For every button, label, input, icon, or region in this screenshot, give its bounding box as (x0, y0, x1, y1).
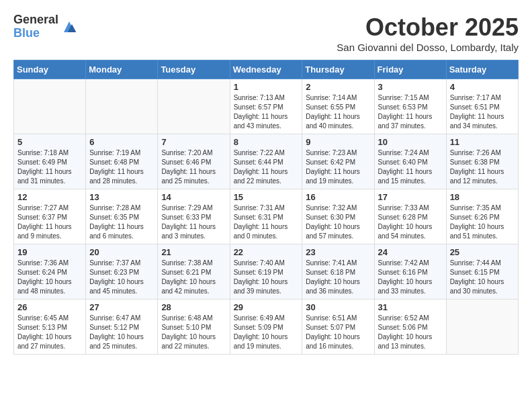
day-number: 8 (234, 137, 299, 147)
day-number: 3 (378, 82, 443, 92)
calendar-week-row: 26Sunrise: 6:45 AM Sunset: 5:13 PM Dayli… (14, 300, 519, 355)
calendar-week-row: 5Sunrise: 7:18 AM Sunset: 6:49 PM Daylig… (14, 134, 519, 189)
day-header-monday: Monday (86, 60, 158, 79)
day-info: Sunrise: 7:14 AM Sunset: 6:55 PM Dayligh… (306, 93, 370, 131)
day-info: Sunrise: 6:52 AM Sunset: 5:06 PM Dayligh… (378, 314, 443, 351)
day-info: Sunrise: 7:31 AM Sunset: 6:31 PM Dayligh… (234, 203, 299, 241)
day-header-sunday: Sunday (14, 60, 86, 79)
day-info: Sunrise: 7:37 AM Sunset: 6:23 PM Dayligh… (89, 259, 154, 296)
day-number: 25 (450, 247, 515, 257)
logo-icon (61, 19, 77, 35)
day-info: Sunrise: 7:28 AM Sunset: 6:35 PM Dayligh… (89, 203, 154, 241)
day-info: Sunrise: 7:35 AM Sunset: 6:26 PM Dayligh… (450, 203, 515, 241)
logo-blue-text: Blue (13, 27, 58, 40)
day-number: 2 (306, 82, 370, 92)
calendar-cell: 14Sunrise: 7:29 AM Sunset: 6:33 PM Dayli… (158, 189, 230, 244)
calendar-cell: 17Sunrise: 7:33 AM Sunset: 6:28 PM Dayli… (374, 189, 446, 244)
calendar-cell: 20Sunrise: 7:37 AM Sunset: 6:23 PM Dayli… (86, 244, 158, 300)
day-number: 31 (378, 302, 443, 312)
calendar-cell: 30Sunrise: 6:51 AM Sunset: 5:07 PM Dayli… (302, 300, 374, 355)
calendar-cell: 15Sunrise: 7:31 AM Sunset: 6:31 PM Dayli… (230, 189, 302, 244)
day-number: 5 (17, 137, 82, 147)
day-info: Sunrise: 7:44 AM Sunset: 6:15 PM Dayligh… (450, 259, 515, 296)
logo-general-text: General (13, 13, 58, 27)
month-title: October 2025 (337, 13, 519, 42)
day-info: Sunrise: 6:51 AM Sunset: 5:07 PM Dayligh… (306, 314, 370, 351)
calendar-cell: 22Sunrise: 7:40 AM Sunset: 6:19 PM Dayli… (230, 244, 302, 300)
calendar-week-row: 12Sunrise: 7:27 AM Sunset: 6:37 PM Dayli… (14, 189, 519, 244)
calendar-cell: 25Sunrise: 7:44 AM Sunset: 6:15 PM Dayli… (446, 244, 518, 300)
day-info: Sunrise: 7:26 AM Sunset: 6:38 PM Dayligh… (450, 148, 515, 186)
calendar-cell (158, 79, 230, 134)
day-number: 19 (17, 247, 82, 257)
day-number: 15 (234, 192, 299, 202)
day-number: 6 (89, 137, 154, 147)
day-info: Sunrise: 7:17 AM Sunset: 6:51 PM Dayligh… (450, 93, 515, 131)
calendar-week-row: 1Sunrise: 7:13 AM Sunset: 6:57 PM Daylig… (14, 79, 519, 134)
day-header-wednesday: Wednesday (230, 60, 302, 79)
day-info: Sunrise: 6:45 AM Sunset: 5:13 PM Dayligh… (17, 314, 82, 351)
calendar-cell: 7Sunrise: 7:20 AM Sunset: 6:46 PM Daylig… (158, 134, 230, 189)
day-number: 14 (161, 192, 226, 202)
calendar-cell: 4Sunrise: 7:17 AM Sunset: 6:51 PM Daylig… (446, 79, 518, 134)
calendar-cell (86, 79, 158, 134)
day-info: Sunrise: 7:20 AM Sunset: 6:46 PM Dayligh… (161, 148, 226, 186)
calendar-cell: 9Sunrise: 7:23 AM Sunset: 6:42 PM Daylig… (302, 134, 374, 189)
calendar-cell: 13Sunrise: 7:28 AM Sunset: 6:35 PM Dayli… (86, 189, 158, 244)
day-info: Sunrise: 7:36 AM Sunset: 6:24 PM Dayligh… (17, 259, 82, 296)
calendar-cell: 6Sunrise: 7:19 AM Sunset: 6:48 PM Daylig… (86, 134, 158, 189)
calendar-cell: 8Sunrise: 7:22 AM Sunset: 6:44 PM Daylig… (230, 134, 302, 189)
day-number: 30 (306, 302, 370, 312)
day-info: Sunrise: 7:13 AM Sunset: 6:57 PM Dayligh… (234, 93, 299, 131)
day-number: 27 (89, 302, 154, 312)
calendar-cell: 23Sunrise: 7:41 AM Sunset: 6:18 PM Dayli… (302, 244, 374, 300)
day-number: 26 (17, 302, 82, 312)
day-info: Sunrise: 7:18 AM Sunset: 6:49 PM Dayligh… (17, 148, 82, 186)
day-number: 9 (306, 137, 370, 147)
day-number: 17 (378, 192, 443, 202)
day-number: 20 (89, 247, 154, 257)
day-info: Sunrise: 7:15 AM Sunset: 6:53 PM Dayligh… (378, 93, 443, 131)
day-info: Sunrise: 7:33 AM Sunset: 6:28 PM Dayligh… (378, 203, 443, 241)
day-number: 22 (234, 247, 299, 257)
calendar-cell (446, 300, 518, 355)
day-number: 16 (306, 192, 370, 202)
calendar-cell: 29Sunrise: 6:49 AM Sunset: 5:09 PM Dayli… (230, 300, 302, 355)
day-info: Sunrise: 7:40 AM Sunset: 6:19 PM Dayligh… (234, 259, 299, 296)
day-header-friday: Friday (374, 60, 446, 79)
day-info: Sunrise: 7:19 AM Sunset: 6:48 PM Dayligh… (89, 148, 154, 186)
day-header-tuesday: Tuesday (158, 60, 230, 79)
day-header-saturday: Saturday (446, 60, 518, 79)
day-info: Sunrise: 7:29 AM Sunset: 6:33 PM Dayligh… (161, 203, 226, 241)
calendar-cell (14, 79, 86, 134)
day-info: Sunrise: 6:49 AM Sunset: 5:09 PM Dayligh… (234, 314, 299, 351)
day-number: 18 (450, 192, 515, 202)
day-info: Sunrise: 7:24 AM Sunset: 6:40 PM Dayligh… (378, 148, 443, 186)
calendar-header-row: SundayMondayTuesdayWednesdayThursdayFrid… (14, 60, 519, 79)
day-number: 10 (378, 137, 443, 147)
day-info: Sunrise: 7:27 AM Sunset: 6:37 PM Dayligh… (17, 203, 82, 241)
day-header-thursday: Thursday (302, 60, 374, 79)
day-number: 4 (450, 82, 515, 92)
day-number: 11 (450, 137, 515, 147)
calendar-cell: 19Sunrise: 7:36 AM Sunset: 6:24 PM Dayli… (14, 244, 86, 300)
calendar-cell: 27Sunrise: 6:47 AM Sunset: 5:12 PM Dayli… (86, 300, 158, 355)
day-number: 21 (161, 247, 226, 257)
day-number: 13 (89, 192, 154, 202)
calendar-cell: 1Sunrise: 7:13 AM Sunset: 6:57 PM Daylig… (230, 79, 302, 134)
calendar-cell: 5Sunrise: 7:18 AM Sunset: 6:49 PM Daylig… (14, 134, 86, 189)
calendar-cell: 12Sunrise: 7:27 AM Sunset: 6:37 PM Dayli… (14, 189, 86, 244)
day-info: Sunrise: 6:47 AM Sunset: 5:12 PM Dayligh… (89, 314, 154, 351)
day-info: Sunrise: 7:22 AM Sunset: 6:44 PM Dayligh… (234, 148, 299, 186)
location-subtitle: San Giovanni del Dosso, Lombardy, Italy (337, 42, 519, 53)
calendar-week-row: 19Sunrise: 7:36 AM Sunset: 6:24 PM Dayli… (14, 244, 519, 300)
calendar-cell: 11Sunrise: 7:26 AM Sunset: 6:38 PM Dayli… (446, 134, 518, 189)
day-info: Sunrise: 7:42 AM Sunset: 6:16 PM Dayligh… (378, 259, 443, 296)
day-info: Sunrise: 7:23 AM Sunset: 6:42 PM Dayligh… (306, 148, 370, 186)
page-header: General Blue October 2025 San Giovanni d… (13, 13, 519, 53)
calendar-cell: 10Sunrise: 7:24 AM Sunset: 6:40 PM Dayli… (374, 134, 446, 189)
calendar-cell: 28Sunrise: 6:48 AM Sunset: 5:10 PM Dayli… (158, 300, 230, 355)
calendar-cell: 2Sunrise: 7:14 AM Sunset: 6:55 PM Daylig… (302, 79, 374, 134)
calendar-table: SundayMondayTuesdayWednesdayThursdayFrid… (13, 60, 519, 355)
day-number: 29 (234, 302, 299, 312)
